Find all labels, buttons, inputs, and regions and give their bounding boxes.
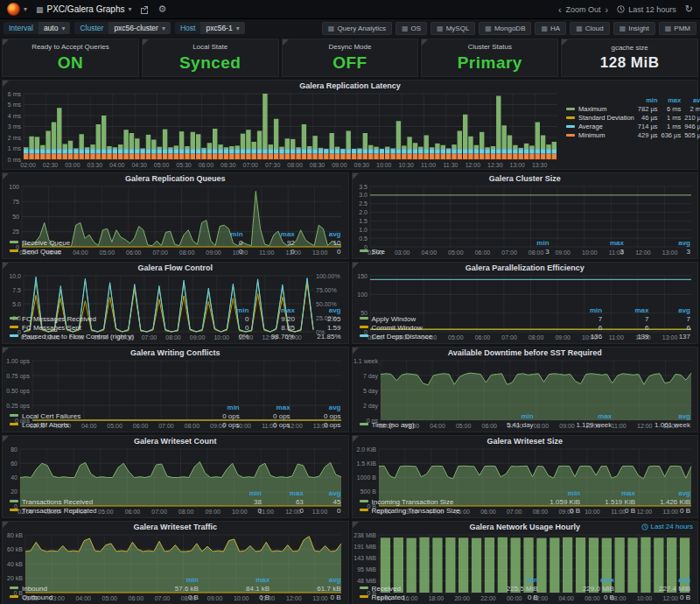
panel-corner[interactable]: [353, 436, 359, 442]
legend-row[interactable]: Cert Deps Distance136139137: [358, 333, 693, 341]
legend-row[interactable]: Local Bf Aborts0 ops0 ops0 ops: [8, 421, 343, 430]
legend-row[interactable]: Receive Queue09210: [8, 239, 343, 248]
grafana-menu[interactable]: ▾: [7, 3, 27, 16]
legend-row[interactable]: Local Cert Failures0 ops0 ops0 ops: [8, 412, 343, 421]
panel-title[interactable]: Galera Flow Control: [3, 263, 348, 273]
legend-row[interactable]: Received225.5 MiB229.0 MiB227.4 MiB: [358, 585, 693, 593]
panel-corner[interactable]: [422, 39, 428, 46]
panel-corner[interactable]: [562, 39, 568, 46]
link-cloud[interactable]: ▦Cloud: [570, 22, 609, 35]
legend-row[interactable]: Incoming Transaction Size1.059 KiB1.519 …: [358, 498, 693, 507]
panel-corner[interactable]: [353, 263, 359, 269]
panel-corner[interactable]: [3, 522, 9, 528]
legend-row[interactable]: Maximum782 µs6 ms2 ms: [564, 105, 700, 114]
stat-value: Synced: [179, 53, 242, 73]
legend-row[interactable]: Time (no avg)5.41 day1.129 week1.061 wee…: [358, 421, 693, 430]
panel-corner[interactable]: [143, 39, 149, 46]
legend-row[interactable]: Replicated0 B0 B0 B: [358, 593, 693, 602]
panel-title[interactable]: Galera Writeset Traffic: [3, 522, 348, 532]
series-color-swatch: [360, 317, 368, 320]
zoom-out-control[interactable]: ‹ Zoom Out ›: [558, 5, 608, 14]
time-picker[interactable]: Last 12 hours: [617, 5, 676, 14]
replication-latency-chart[interactable]: 0 ms1 ms2 ms3 ms4 ms5 ms6 ms02:0002:3003…: [3, 91, 564, 169]
panel-title[interactable]: Galera Writeset Count: [3, 436, 348, 446]
link-pmm[interactable]: ▦PMM: [659, 22, 696, 35]
caret-down-icon: ▾: [61, 25, 65, 32]
legend-row[interactable]: Minimum429 µs636 µs505 µs: [564, 131, 700, 140]
writeset-traffic-chart[interactable]: 0 B20 kB40 kB60 kB80 kB02:0003:0004:0005…: [3, 532, 348, 576]
legend-row[interactable]: FC Messages Sent08.851.59: [8, 324, 343, 333]
cluster-size-chart[interactable]: 00.51.01.52.02.53.03.502:0003:0004:0005:…: [353, 184, 698, 239]
legend-row[interactable]: Standard Deviation46 µs1 ms210 µs: [564, 114, 700, 123]
legend-row[interactable]: Commit Window666: [358, 324, 693, 333]
share-button[interactable]: [140, 5, 149, 14]
settings-button[interactable]: ⚙: [158, 4, 166, 15]
series-color-swatch: [10, 423, 18, 425]
grid-icon: ▦: [485, 25, 492, 32]
panel-title[interactable]: Available Downtime before SST Required: [353, 348, 698, 358]
svg-text:40 kB: 40 kB: [7, 561, 23, 567]
legend-row[interactable]: Transactions Received386345: [8, 498, 343, 507]
chevron-right-icon[interactable]: ›: [606, 5, 609, 14]
panel-corner[interactable]: [3, 173, 9, 179]
stat-ready-to-accept-queries[interactable]: Ready to Accept QueriesON: [2, 39, 139, 77]
link-query-analytics[interactable]: ▦Query Analytics: [322, 22, 392, 35]
link-insight[interactable]: ▦Insight: [613, 22, 655, 35]
panel-corner[interactable]: [353, 173, 359, 179]
legend-row[interactable]: Average714 µs1 ms946 µs: [564, 123, 700, 131]
legend-row[interactable]: Inbound57.6 kB84.1 kB61.7 kB: [8, 585, 343, 593]
legend-row[interactable]: Size333: [358, 248, 693, 256]
panel-corner[interactable]: [3, 39, 9, 46]
stat-cluster-status[interactable]: Cluster StatusPrimary: [421, 39, 558, 77]
legend-row[interactable]: Send Queue000: [8, 248, 343, 256]
flow-control-chart[interactable]: 00%2.525.00%5.050.00%7.575.00%10.0100.00…: [3, 273, 348, 306]
panel-title[interactable]: Galera Replication Queues: [3, 173, 348, 184]
host-filter[interactable]: Host pxc56-1▾: [175, 22, 245, 34]
dashboard-title-menu[interactable]: ▦ PXC/Galera Graphs ▾: [36, 4, 131, 14]
panel-title[interactable]: Galera Cluster Size: [353, 173, 698, 184]
writeset-traffic-legend: minmaxavgInbound57.6 kB84.1 kB61.7 kBOut…: [3, 576, 348, 604]
panel-corner[interactable]: [3, 263, 9, 269]
link-os[interactable]: ▦OS: [396, 22, 427, 35]
panel-title[interactable]: Galera Parallelization Efficiency: [353, 263, 698, 273]
chevron-left-icon[interactable]: ‹: [558, 5, 562, 14]
svg-text:12:30: 12:30: [487, 162, 503, 168]
writeset-count-chart[interactable]: 02040608002:0003:0004:0005:0006:0007:000…: [3, 446, 348, 489]
cluster-filter[interactable]: Cluster pxc56-cluster▾: [74, 22, 171, 34]
replication-queues-chart[interactable]: 025507510002:0003:0004:0005:0006:0007:00…: [3, 184, 348, 230]
refresh-button[interactable]: ↻: [685, 4, 693, 15]
parallelization-efficiency-chart[interactable]: 05010015002:0003:0004:0005:0006:0007:000…: [353, 273, 698, 306]
panel-corner[interactable]: [353, 522, 359, 528]
panel-corner[interactable]: [283, 39, 289, 46]
network-usage-hourly-chart[interactable]: 0 B48 MiB95 MiB143 MiB191 MiB238 MiB14:0…: [353, 532, 698, 576]
panel-title[interactable]: Galera Replication Latency: [3, 81, 697, 91]
stat-desync-mode[interactable]: Desync ModeOFF: [282, 39, 419, 77]
host-label: Host: [175, 22, 200, 34]
legend-row[interactable]: Transactions Replicated000: [8, 507, 343, 516]
legend-row[interactable]: Outbound0 B0 B0 B: [8, 593, 343, 602]
panel-title[interactable]: Galera Writeset Size: [353, 436, 698, 446]
link-mongodb[interactable]: ▦MongoDB: [479, 22, 531, 35]
stat-value: 128 MiB: [600, 54, 660, 72]
panel-title[interactable]: Galera Writing Conflicts: [3, 348, 348, 358]
panel-corner[interactable]: [353, 348, 359, 354]
svg-text:0 ms: 0 ms: [8, 157, 22, 163]
downtime-before-sst-chart[interactable]: 0 ns2 day5 day7 day1.1 week02:0003:0004:…: [353, 358, 698, 412]
legend-row[interactable]: FC Messages Received09.202.05: [8, 315, 343, 324]
stat-gcache-size[interactable]: gcache size128 MiB: [561, 39, 698, 77]
link-ha[interactable]: ▦HA: [535, 22, 566, 35]
legend-row[interactable]: Replicating Transaction Size0 B0 B0 B: [358, 507, 693, 516]
stat-local-state[interactable]: Local StateSynced: [142, 39, 279, 77]
panel-time-override[interactable]: Last 24 hours: [641, 523, 693, 530]
legend-row[interactable]: Paused due to Flow Control (right y)0%98…: [8, 333, 343, 341]
panel-corner[interactable]: [3, 436, 9, 442]
link-mysql[interactable]: ▦MySQL: [430, 22, 475, 35]
legend-row[interactable]: Apply Window777: [358, 315, 693, 324]
panel-corner[interactable]: [3, 348, 9, 354]
writing-conflicts-chart[interactable]: 0 ops0.25 ops0.50 ops0.75 ops1.00 ops02:…: [3, 358, 348, 404]
interval-filter[interactable]: Interval auto▾: [4, 22, 70, 34]
writing-conflicts-legend: minmaxavgLocal Cert Failures0 ops0 ops0 …: [3, 404, 348, 432]
series-color-swatch: [360, 595, 368, 598]
panel-corner[interactable]: [3, 81, 9, 87]
writeset-size-chart[interactable]: 0 B500 B1000 B1.5 KiB2.0 KiB02:0003:0004…: [353, 446, 698, 489]
